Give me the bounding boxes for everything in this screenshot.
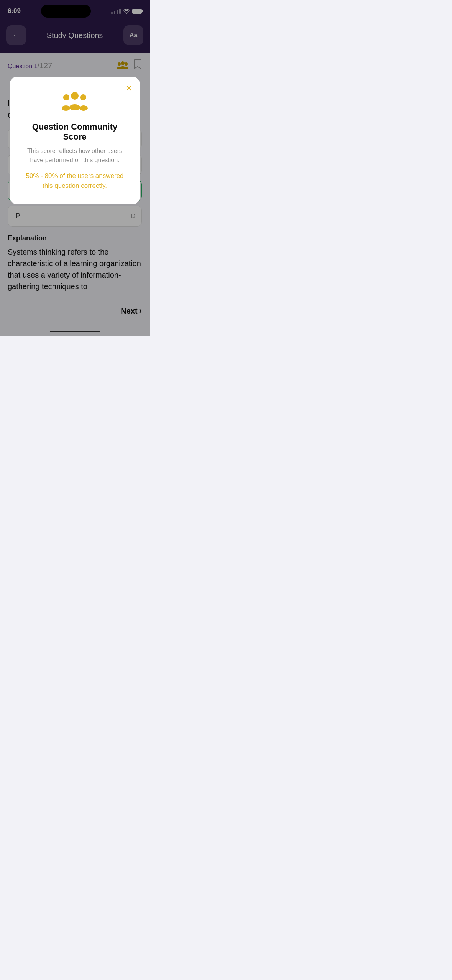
- community-people-icon: [59, 88, 90, 114]
- modal-score-text: 50% - 80% of the users answered this que…: [20, 171, 129, 191]
- svg-point-9: [62, 105, 70, 111]
- modal-description: This score reflects how other users have…: [20, 146, 129, 165]
- svg-point-10: [80, 94, 86, 100]
- svg-point-6: [71, 92, 79, 100]
- svg-point-7: [69, 104, 80, 110]
- modal-title: Question Community Score: [20, 122, 129, 142]
- modal-close-button[interactable]: ✕: [125, 84, 132, 94]
- svg-point-8: [63, 94, 69, 100]
- community-score-modal: ✕ Question Community Score This score re…: [10, 77, 140, 204]
- svg-point-11: [79, 105, 88, 111]
- overlay: ✕ Question Community Score This score re…: [0, 0, 150, 336]
- modal-icon-container: [20, 88, 129, 116]
